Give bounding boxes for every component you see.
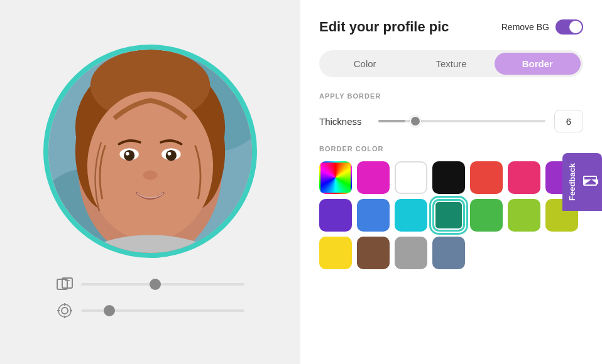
thickness-label: Thickness xyxy=(319,116,369,127)
tab-texture[interactable]: Texture xyxy=(408,53,494,75)
profile-image xyxy=(48,50,252,253)
svg-point-13 xyxy=(126,152,129,156)
envelope-icon xyxy=(583,176,597,186)
color-swatch-magenta[interactable] xyxy=(357,161,390,194)
color-swatch-hot-pink[interactable] xyxy=(508,161,540,194)
color-swatch-white[interactable] xyxy=(395,161,427,194)
zoom-slider-row xyxy=(56,276,244,293)
thickness-slider-input[interactable] xyxy=(378,120,545,122)
zoom-slider-input[interactable] xyxy=(81,283,244,286)
thickness-row: Thickness 6 xyxy=(319,110,583,132)
remove-bg-row: Remove BG xyxy=(501,19,583,35)
position-icon xyxy=(56,302,74,319)
feedback-label: Feedback xyxy=(567,163,577,201)
color-swatch-rainbow[interactable] xyxy=(319,161,352,194)
svg-point-11 xyxy=(124,150,134,161)
border-color-label: BORDER COLOR xyxy=(319,145,583,153)
color-swatch-blue-gray[interactable] xyxy=(432,237,465,269)
color-swatch-teal[interactable] xyxy=(432,199,465,232)
color-swatch-light-green[interactable] xyxy=(508,199,540,232)
svg-point-22 xyxy=(58,304,71,317)
color-swatch-blue[interactable] xyxy=(357,199,390,232)
left-panel xyxy=(0,0,300,364)
header-row: Edit your profile pic Remove BG xyxy=(319,19,583,35)
svg-point-15 xyxy=(143,170,158,179)
remove-bg-toggle[interactable] xyxy=(555,19,583,35)
tab-border[interactable]: Border xyxy=(495,53,581,75)
profile-circle xyxy=(43,45,257,258)
right-panel: Edit your profile pic Remove BG Color Te… xyxy=(300,0,602,364)
color-swatch-yellow[interactable] xyxy=(319,237,352,269)
slider-controls xyxy=(56,276,244,319)
toggle-knob xyxy=(569,21,582,33)
svg-point-21 xyxy=(62,308,68,314)
tabs-row: Color Texture Border xyxy=(319,50,583,77)
color-swatch-cyan[interactable] xyxy=(395,199,427,232)
color-swatch-black[interactable] xyxy=(432,161,465,194)
svg-point-8 xyxy=(87,92,213,241)
remove-bg-label: Remove BG xyxy=(501,22,549,32)
tab-color[interactable]: Color xyxy=(322,53,408,75)
feedback-tab[interactable]: Feedback xyxy=(562,153,602,211)
color-swatch-orange-red[interactable] xyxy=(470,161,503,194)
color-swatch-deep-purple[interactable] xyxy=(319,199,352,232)
color-grid xyxy=(319,161,583,269)
page-title: Edit your profile pic xyxy=(319,19,449,35)
position-slider-row xyxy=(56,302,244,319)
color-swatch-gray[interactable] xyxy=(395,237,427,269)
zoom-icon xyxy=(56,276,74,293)
svg-point-14 xyxy=(168,152,172,156)
color-swatch-green[interactable] xyxy=(470,199,503,232)
svg-point-17 xyxy=(72,235,228,253)
color-swatch-brown[interactable] xyxy=(357,237,390,269)
svg-point-12 xyxy=(166,150,177,161)
apply-border-label: APPLY BORDER xyxy=(319,92,583,100)
thickness-value[interactable]: 6 xyxy=(554,110,583,132)
position-slider-input[interactable] xyxy=(81,309,244,312)
